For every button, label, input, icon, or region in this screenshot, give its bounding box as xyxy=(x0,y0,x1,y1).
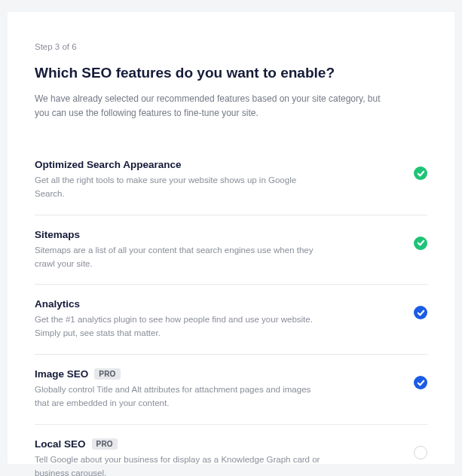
feature-row-optimized-search: Optimized Search Appearance Get all the … xyxy=(35,145,427,215)
check-icon xyxy=(417,379,425,387)
feature-toggle[interactable] xyxy=(414,166,427,180)
feature-title: Sitemaps xyxy=(35,229,80,240)
page-subtitle: We have already selected our recommended… xyxy=(35,92,396,120)
check-icon xyxy=(417,309,425,317)
feature-title: Local SEO xyxy=(35,438,86,450)
feature-text: Analytics Get the #1 analytics plugin to… xyxy=(35,298,414,340)
feature-toggle[interactable] xyxy=(414,446,427,459)
feature-title: Analytics xyxy=(35,298,80,310)
feature-text: Local SEO PRO Tell Google about your bus… xyxy=(35,438,414,476)
feature-toggle[interactable] xyxy=(414,376,427,389)
page-title: Which SEO features do you want to enable… xyxy=(35,65,427,81)
feature-desc: Globally control Title and Alt attribute… xyxy=(35,383,321,410)
feature-desc: Sitemaps are a list of all your content … xyxy=(35,244,321,271)
feature-title: Optimized Search Appearance xyxy=(35,159,182,170)
feature-row-analytics: Analytics Get the #1 analytics plugin to… xyxy=(35,285,427,355)
feature-row-sitemaps: Sitemaps Sitemaps are a list of all your… xyxy=(35,215,427,285)
feature-text: Optimized Search Appearance Get all the … xyxy=(35,159,414,201)
feature-desc: Tell Google about your business for disp… xyxy=(35,453,321,476)
check-icon xyxy=(417,169,425,178)
step-indicator: Step 3 of 6 xyxy=(35,42,427,51)
feature-toggle[interactable] xyxy=(414,306,427,319)
feature-desc: Get the #1 analytics plugin to see how p… xyxy=(35,313,321,340)
feature-desc: Get all the right tools to make sure you… xyxy=(35,174,321,201)
setup-wizard-card: Step 3 of 6 Which SEO features do you wa… xyxy=(8,12,454,464)
pro-badge: PRO xyxy=(92,438,118,450)
feature-title: Image SEO xyxy=(35,368,88,380)
feature-row-image-seo: Image SEO PRO Globally control Title and… xyxy=(35,355,427,425)
feature-list: Optimized Search Appearance Get all the … xyxy=(35,145,427,476)
feature-text: Sitemaps Sitemaps are a list of all your… xyxy=(35,229,414,271)
feature-row-local-seo: Local SEO PRO Tell Google about your bus… xyxy=(35,425,427,476)
feature-text: Image SEO PRO Globally control Title and… xyxy=(35,368,414,410)
feature-toggle[interactable] xyxy=(414,236,427,250)
check-icon xyxy=(417,239,425,247)
pro-badge: PRO xyxy=(94,368,120,380)
